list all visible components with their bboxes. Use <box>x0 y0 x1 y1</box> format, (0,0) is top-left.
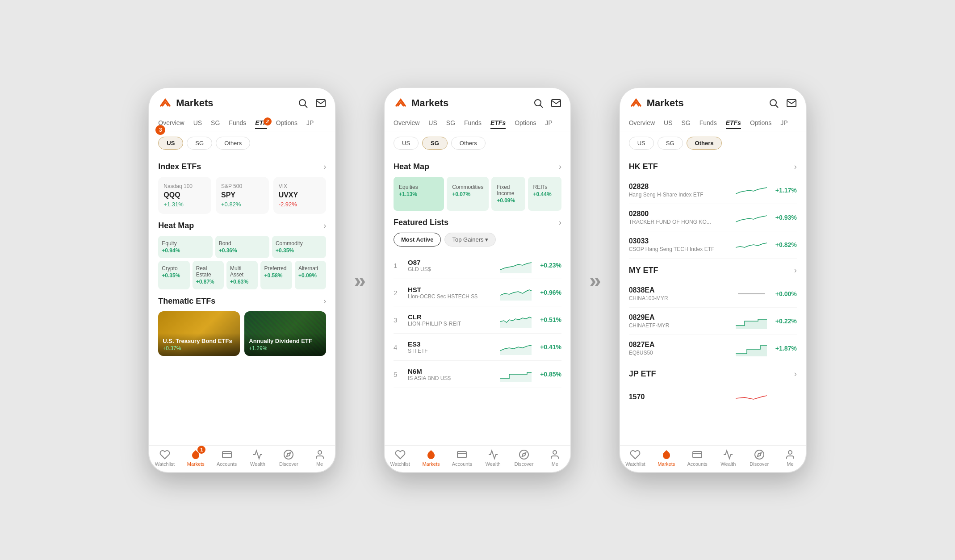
etf-row-0829ea[interactable]: 0829EA CHINAETF-MYR +0.22% <box>629 308 797 335</box>
heatmap-commodities[interactable]: Commodities +0.07% <box>447 177 489 211</box>
heatmap-realestate[interactable]: Real Estate +0.87% <box>193 261 224 289</box>
message-icon-2[interactable] <box>551 98 561 109</box>
chart-clr <box>500 312 532 328</box>
search-icon-3[interactable] <box>768 98 779 109</box>
nav-discover-1[interactable]: Discover <box>273 449 304 467</box>
stock-row-1[interactable]: 1 O87 GLD US$ +0.23% <box>394 252 561 279</box>
subtab-sg-1[interactable]: SG <box>187 137 212 150</box>
tab-us-1[interactable]: US <box>193 117 202 129</box>
tab-etfs-3[interactable]: ETFs <box>726 117 741 129</box>
subtab-us-1[interactable]: US <box>158 137 183 150</box>
tab-options-1[interactable]: Options <box>276 117 297 129</box>
nav-me-3[interactable]: Me <box>775 449 805 467</box>
etf-row-02800[interactable]: 02800 TRACKER FUND OF HONG KO... +0.93% <box>629 204 797 231</box>
tab-sg-1[interactable]: SG <box>211 117 220 129</box>
stock-row-5[interactable]: 5 N6M IS ASIA BND US$ +0.85% <box>394 361 561 388</box>
heatmap-equities[interactable]: Equities +1.13% <box>394 177 444 211</box>
tab-funds-3[interactable]: Funds <box>699 117 717 129</box>
heatmap-multiasset[interactable]: Multi Asset +0.63% <box>226 261 258 289</box>
subtab-others-2[interactable]: Others <box>451 137 486 150</box>
tab-overview-3[interactable]: Overview <box>629 117 655 129</box>
nav-watchlist-3[interactable]: Watchlist <box>620 449 651 467</box>
tab-overview-2[interactable]: Overview <box>394 117 419 129</box>
heatmap-equity[interactable]: Equity +0.94% <box>158 236 212 258</box>
hk-etf-arrow[interactable]: › <box>794 162 797 171</box>
tab-jp-2[interactable]: JP <box>545 117 552 129</box>
heatmap-arrow-1[interactable]: › <box>323 221 326 230</box>
nav-markets-3[interactable]: Markets <box>651 449 682 467</box>
nav-discover-3[interactable]: Discover <box>744 449 775 467</box>
nav-me-2[interactable]: Me <box>540 449 570 467</box>
heatmap-commodity[interactable]: Commodity +0.35% <box>272 236 326 258</box>
chart-0829ea <box>736 313 767 329</box>
index-card-uvxy[interactable]: VIX UVXY -2.92% <box>273 177 327 214</box>
tab-options-2[interactable]: Options <box>515 117 536 129</box>
tab-sg-2[interactable]: SG <box>446 117 455 129</box>
list-tab-top-gainers[interactable]: Top Gainers ▾ <box>444 233 496 247</box>
subtab-others-3[interactable]: Others <box>687 137 722 150</box>
nav-accounts-1[interactable]: Accounts <box>211 449 242 467</box>
heatmap-crypto[interactable]: Crypto +0.35% <box>158 261 189 289</box>
thematic-card-dividend[interactable]: Annually Dividend ETF +1.29% <box>244 311 326 356</box>
stock-row-3[interactable]: 3 CLR LION-PHILLIP S-REIT +0.51% <box>394 306 561 334</box>
tab-etf-1[interactable]: ETF 2 <box>255 117 267 129</box>
nav-watchlist-2[interactable]: Watchlist <box>385 449 415 467</box>
nav-wealth-3[interactable]: Wealth <box>713 449 744 467</box>
heatmap-preferred[interactable]: Preferred +0.58% <box>260 261 292 289</box>
index-card-spy[interactable]: S&P 500 SPY +0.82% <box>216 177 269 214</box>
subtab-us-3[interactable]: US <box>629 137 654 150</box>
svg-point-6 <box>318 451 322 454</box>
nav-accounts-2[interactable]: Accounts <box>447 449 478 467</box>
nav-me-1[interactable]: Me <box>304 449 335 467</box>
nav-discover-2[interactable]: Discover <box>508 449 539 467</box>
nav-watchlist-1[interactable]: Watchlist <box>149 449 180 467</box>
nav-markets-2[interactable]: Markets <box>415 449 446 467</box>
message-icon-3[interactable] <box>786 98 797 109</box>
etf-row-03033[interactable]: 03033 CSOP Hang Seng TECH Index ETF +0.8… <box>629 231 797 259</box>
wealth-icon-2 <box>488 449 498 460</box>
tab-etfs-2[interactable]: ETFs <box>490 117 506 129</box>
nav-markets-1[interactable]: 1 Markets <box>180 449 211 467</box>
tab-funds-2[interactable]: Funds <box>464 117 482 129</box>
heatmap-alternati[interactable]: Alternati +0.09% <box>295 261 326 289</box>
jp-etf-arrow[interactable]: › <box>794 369 797 379</box>
stock-row-2[interactable]: 2 HST Lion-OCBC Sec HSTECH S$ +0.96% <box>394 279 561 306</box>
tab-options-3[interactable]: Options <box>750 117 771 129</box>
tab-us-2[interactable]: US <box>428 117 437 129</box>
phone-screen-1: Markets Overview US SG Funds E <box>148 87 336 473</box>
heatmap-reits[interactable]: REITs +0.44% <box>528 177 561 211</box>
tab-us-3[interactable]: US <box>664 117 672 129</box>
search-icon-2[interactable] <box>533 98 544 109</box>
heatmap-fixedincome[interactable]: Fixed Income +0.09% <box>491 177 525 211</box>
subtab-us-2[interactable]: US <box>394 137 419 150</box>
featured-arrow[interactable]: › <box>559 218 561 227</box>
etf-row-0827ea[interactable]: 0827EA EQ8US50 +1.87% <box>629 335 797 362</box>
subtab-others-1[interactable]: Others <box>216 137 250 150</box>
subtab-sg-2[interactable]: SG <box>422 137 448 150</box>
heatmap-arrow-2[interactable]: › <box>559 162 561 171</box>
nav-wealth-1[interactable]: Wealth <box>242 449 273 467</box>
thematic-arrow[interactable]: › <box>323 297 326 306</box>
my-etf-arrow[interactable]: › <box>794 266 797 275</box>
index-etf-arrow[interactable]: › <box>323 162 326 171</box>
thematic-card-treasury[interactable]: U.S. Treasury Bond ETFs +0.37% <box>158 311 240 356</box>
subtab-sg-3[interactable]: SG <box>658 137 683 150</box>
nav-accounts-3[interactable]: Accounts <box>682 449 712 467</box>
tab-funds-1[interactable]: Funds <box>229 117 246 129</box>
message-icon-1[interactable] <box>315 98 326 109</box>
tab-jp-3[interactable]: JP <box>780 117 787 129</box>
tab-jp-1[interactable]: JP <box>306 117 314 129</box>
etf-row-1570[interactable]: 1570 <box>629 384 797 411</box>
heatmap-bond[interactable]: Bond +0.36% <box>215 236 269 258</box>
tab-sg-3[interactable]: SG <box>682 117 691 129</box>
nav-label-watchlist-1: Watchlist <box>155 461 175 467</box>
list-tab-most-active[interactable]: Most Active <box>394 233 441 247</box>
index-card-qqq[interactable]: Nasdaq 100 QQQ +1.31% <box>158 177 211 214</box>
heatmap-title-2: Heat Map <box>394 162 429 171</box>
search-icon-1[interactable] <box>297 98 308 109</box>
nav-wealth-2[interactable]: Wealth <box>478 449 508 467</box>
stock-row-4[interactable]: 4 ES3 STI ETF +0.41% <box>394 334 561 361</box>
etf-row-02828[interactable]: 02828 Hang Seng H-Share Index ETF +1.17% <box>629 177 797 204</box>
svg-line-1 <box>305 105 308 108</box>
etf-row-0838ea[interactable]: 0838EA CHINA100-MYR +0.00% <box>629 280 797 308</box>
